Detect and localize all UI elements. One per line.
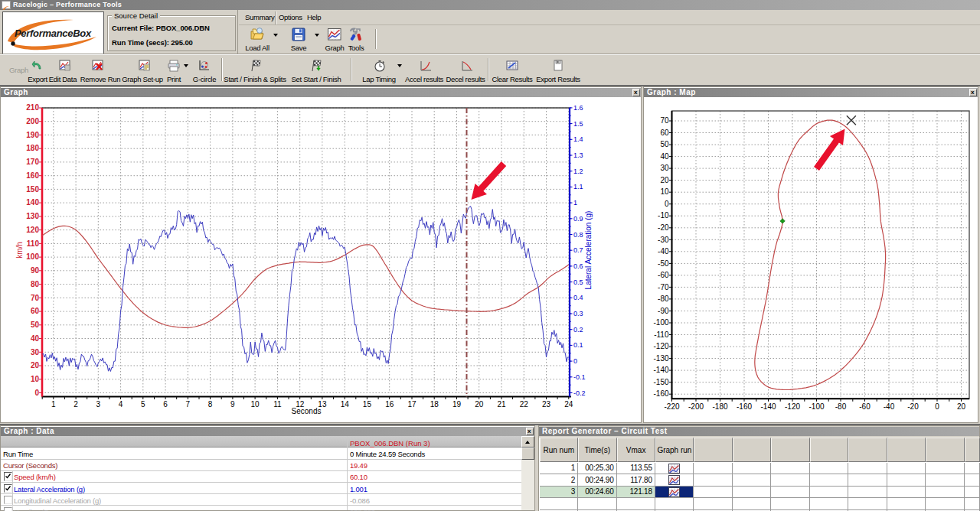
svg-text:40: 40	[660, 152, 669, 161]
svg-text:-30: -30	[658, 236, 669, 244]
svg-text:-90: -90	[658, 307, 669, 315]
svg-text:-200: -200	[688, 402, 704, 411]
svg-text:-120: -120	[653, 342, 668, 350]
svg-text:-130: -130	[653, 354, 668, 363]
svg-text:-160: -160	[653, 389, 668, 398]
svg-text:-10: -10	[658, 211, 669, 220]
svg-text:-140: -140	[653, 366, 668, 374]
svg-text:-150: -150	[653, 378, 668, 386]
svg-text:10: 10	[660, 187, 669, 196]
svg-text:-110: -110	[654, 330, 669, 339]
svg-text:-40: -40	[884, 402, 895, 411]
svg-text:60: 60	[660, 129, 669, 137]
svg-text:-50: -50	[658, 259, 669, 268]
svg-text:0: 0	[665, 200, 669, 208]
svg-text:-20: -20	[907, 402, 919, 411]
svg-text:-100: -100	[653, 318, 668, 327]
svg-text:-160: -160	[737, 402, 752, 411]
svg-text:-180: -180	[712, 402, 727, 411]
svg-text:30: 30	[660, 164, 669, 172]
svg-text:-100: -100	[808, 402, 824, 411]
svg-text:-60: -60	[859, 402, 871, 411]
svg-text:70: 70	[660, 116, 669, 125]
svg-text:-120: -120	[785, 402, 800, 411]
svg-text:20: 20	[660, 176, 669, 184]
svg-text:20: 20	[957, 402, 966, 411]
svg-text:-140: -140	[760, 402, 776, 411]
svg-text:-60: -60	[658, 271, 669, 279]
svg-text:50: 50	[660, 140, 669, 148]
svg-text:-40: -40	[658, 247, 669, 255]
svg-text:-220: -220	[664, 402, 679, 411]
svg-text:-20: -20	[658, 223, 669, 232]
svg-text:-70: -70	[658, 283, 669, 291]
svg-text:-80: -80	[658, 295, 669, 303]
svg-text:-80: -80	[835, 402, 847, 411]
svg-text:0: 0	[935, 402, 939, 411]
